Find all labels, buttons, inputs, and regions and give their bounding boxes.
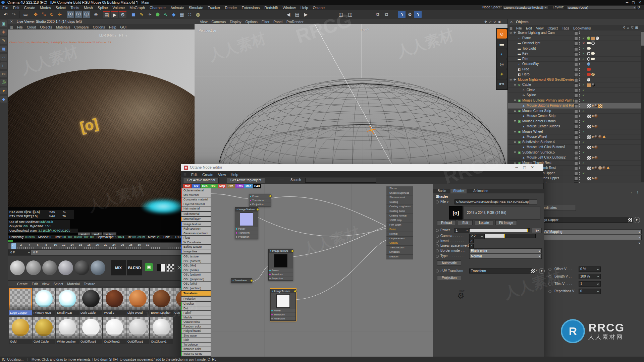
points-mode-icon[interactable]: ▱ [0,54,7,61]
tag-ball-white[interactable] [596,37,599,40]
material-input-coating[interactable]: Coating [386,200,413,205]
tab-shader[interactable]: Shader [450,189,467,193]
file-path-input[interactable]: C:\Users\DVALKEMA\Desktop\FREE TEXTURES\… [454,199,530,204]
enabled-check[interactable]: ✓ [582,119,585,124]
tree-row-mouse-center-strip[interactable]: ▲Mouse Center Strip [508,114,644,119]
node-type-octane-material[interactable]: Octane material [181,188,211,193]
tree-row-mouse-buttons-primary-and-palm-rest[interactable]: ⊟▣Mouse Buttons Primary and Palm rest✓ [508,98,644,104]
node-type-dirt[interactable]: Dirt [181,306,211,311]
tree-row-mouse-nightsword-rgb-geoffdevries-pro-edu[interactable]: ⊟✛Mouse Nightsword RGB GeoffDevries PRO … [508,77,644,83]
visibility-dots[interactable] [579,130,580,133]
monitor-pair-icon[interactable]: ⧉ [374,11,381,18]
menu-item-view[interactable]: View [40,281,52,287]
paint-icon[interactable]: ▼ [0,87,7,94]
uv-chip-icon[interactable] [530,269,535,274]
visibility-editor-toggle[interactable] [574,125,578,129]
expand-icon[interactable]: ⊟ [514,129,516,134]
tree-row-plane[interactable]: ▱Plane✓ [508,36,644,41]
node-type-turbulence[interactable]: Turbulence [181,343,211,347]
node-type-float[interactable]: Float [181,236,211,240]
menu-item-view[interactable]: View [198,19,210,24]
anim-dot-icon[interactable] [436,200,439,203]
tree-row-mouse-center-buttons[interactable]: ⊟▣Mouse Center Buttons✓ [508,119,644,124]
monitor-pair2-icon[interactable]: ⧉ [383,11,390,18]
nav-forward-icon[interactable]: ▶ [302,11,310,18]
fit-image-button[interactable]: Fit Image [495,220,517,225]
visibility-editor-toggle[interactable] [574,177,578,181]
menu-item-render[interactable]: Render [222,5,239,10]
visibility-dots[interactable] [579,99,580,102]
menu-item-display[interactable]: Display [228,19,243,24]
node-node[interactable]: PowerTransformProjection [249,194,271,206]
tag-ball-tan[interactable] [598,166,602,170]
imagetexture-node[interactable]: ▾ ImageTexturePowerTransformProjection [268,249,293,281]
material-input-emission[interactable]: Emission [386,250,413,255]
object-name[interactable]: Circle [527,88,535,93]
material-tile[interactable]: Dark Cable [79,288,102,316]
tag-chips[interactable] [587,83,595,87]
node-type-transform[interactable]: Transform [181,291,211,296]
node-type-material-layer[interactable]: Material layer [181,217,211,221]
obj-header-icon-3[interactable]: ⊞ [635,26,640,29]
enabled-check[interactable]: ✓ [582,129,585,134]
anim-dot-icon[interactable] [436,255,439,258]
octane-logo-icon[interactable]: ϶ [398,11,406,18]
node-tab-oth[interactable]: Oth [227,184,235,188]
anim-dot-icon[interactable] [436,240,439,243]
menu-item-gui[interactable]: GUI [118,24,129,30]
menu-item-materials[interactable]: Materials [54,24,72,30]
visibility-dots[interactable] [579,83,580,86]
visibility-editor-toggle[interactable] [574,135,578,139]
visibility-editor-toggle[interactable] [574,104,578,108]
tree-row-spline[interactable]: ∿Spline✓ [508,93,644,98]
imagetexture-node[interactable]: ▾ ImageTexturePowerTransformProjection [270,289,296,321]
tag-ball-brown[interactable] [594,156,598,159]
edges-mode-icon[interactable]: ∟ [0,62,7,69]
enabled-check[interactable]: ⁘ [582,67,585,72]
texture-tag-name-field[interactable]: Logo Copper [538,217,628,223]
tag-dot[interactable] [592,136,594,138]
node-input-projection[interactable]: Projection [271,317,296,320]
vp-corner-icon-3[interactable]: ▣ [498,20,503,23]
menu-item-character[interactable]: Character [147,5,168,10]
visibility-dots[interactable] [579,125,580,128]
enabled-check[interactable]: ✓ [582,98,585,103]
spline-pen-icon[interactable]: ✑ [146,11,153,18]
node-tab-med[interactable]: Med [244,184,253,188]
tag-chips[interactable] [587,73,595,76]
visibility-editor-toggle[interactable] [574,141,578,144]
octane-texture-env-icon[interactable]: ◐ [497,49,507,59]
node-canvas[interactable]: PowerTransformProjection▾ ImageTexturePo… [211,184,433,362]
deformer-icon[interactable]: ∿ [162,11,169,18]
render-icon[interactable]: ▶ [111,11,118,18]
nav-page-icon[interactable]: ▤ [293,11,301,18]
octane-daylight-icon[interactable]: ☀ [497,69,507,79]
node-type-image-tiles[interactable]: Image tiles [181,249,211,254]
anim-dot-icon[interactable] [436,269,439,273]
node-type-marble[interactable]: Marble [181,315,211,320]
octane-hdri-env-icon[interactable]: ◎ [497,59,507,69]
menu-item-compare[interactable]: Compare [72,24,91,30]
tag-chips[interactable] [587,114,598,118]
tag-dot[interactable] [592,105,594,107]
object-name[interactable]: Scene Lighting and Cam [518,31,555,36]
node-type-falloff[interactable]: Falloff [181,311,211,315]
expand-icon[interactable]: ⊟ [514,82,516,87]
visibility-dots[interactable] [579,73,580,76]
tree-row-scene-lighting-and-cam[interactable]: ⊟✛Scene Lighting and Cam [508,31,644,36]
node-type-instance-range[interactable]: Instance range [181,352,211,356]
visibility-dots[interactable] [579,146,580,149]
expand-icon[interactable]: ⊟ [514,140,516,145]
field-value[interactable]: 100 %▴▾ [579,274,601,279]
node-type-mix-material[interactable]: Mix material [181,193,211,197]
locate-button[interactable]: Locate [475,220,493,225]
tag-ball-black[interactable] [592,83,595,86]
tree-row-mouse-center-buttons[interactable]: ▲Mouse Center Buttons [508,124,644,129]
menu-item-help[interactable]: Help [107,24,118,30]
enabled-check[interactable]: ✓ [582,150,585,155]
node-type-octane-noise[interactable]: Octane noise [181,320,211,324]
get-active-tag-button[interactable]: Get Active tag/object [227,178,265,183]
rotate-tool-icon[interactable]: ↻ [48,11,55,18]
viewport-view-label[interactable]: Perspective [199,29,216,33]
tree-row-octanesky[interactable]: ◐OctaneSky [508,62,644,67]
